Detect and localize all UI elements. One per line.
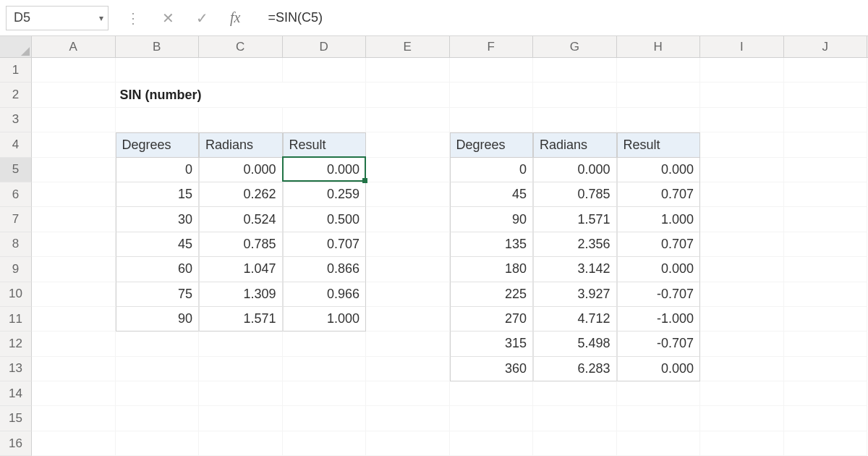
cell[interactable] — [450, 431, 534, 456]
col-header[interactable]: B — [116, 36, 200, 57]
cell[interactable]: 75 — [116, 282, 200, 307]
cell[interactable] — [116, 332, 200, 356]
cell[interactable]: -0.707 — [617, 332, 701, 356]
cell[interactable] — [700, 182, 784, 207]
cell[interactable]: -0.707 — [617, 282, 701, 307]
cell[interactable]: 45 — [450, 182, 534, 207]
cell[interactable] — [32, 431, 116, 456]
cell[interactable] — [700, 307, 784, 332]
cell[interactable]: 0.966 — [283, 282, 367, 307]
cell[interactable]: 0.866 — [283, 257, 367, 282]
cell[interactable] — [32, 332, 116, 356]
name-box[interactable]: D5 ▾ — [6, 6, 109, 30]
cell[interactable]: 15 — [116, 182, 200, 207]
cell[interactable] — [784, 381, 868, 406]
cell[interactable]: 3.142 — [533, 257, 617, 282]
cell[interactable] — [450, 58, 534, 83]
cell[interactable] — [366, 431, 450, 456]
cell[interactable]: 0.000 — [617, 158, 701, 182]
cell[interactable] — [32, 158, 116, 182]
cell[interactable]: 0.000 — [533, 158, 617, 182]
cell[interactable]: 0.707 — [283, 232, 367, 257]
cell[interactable]: 225 — [450, 282, 534, 307]
row-header[interactable]: 7 — [0, 207, 32, 232]
cell[interactable] — [116, 108, 200, 132]
cell[interactable]: 1.000 — [617, 207, 701, 232]
cell[interactable] — [32, 58, 116, 83]
cell[interactable] — [32, 108, 116, 132]
cell[interactable] — [366, 182, 450, 207]
cell[interactable]: 0.707 — [617, 182, 701, 207]
cell[interactable]: 1.000 — [283, 307, 367, 332]
cell[interactable]: 2.356 — [533, 232, 617, 257]
row-header[interactable]: 6 — [0, 182, 32, 207]
table-header[interactable]: Radians — [533, 132, 617, 157]
cell[interactable] — [32, 132, 116, 157]
cell[interactable]: 0.785 — [533, 182, 617, 207]
cell[interactable]: 0 — [450, 158, 534, 182]
cell[interactable] — [32, 207, 116, 232]
cell[interactable] — [533, 381, 617, 406]
cell[interactable] — [199, 332, 283, 356]
col-header[interactable]: J — [784, 36, 868, 57]
cell[interactable] — [700, 406, 784, 431]
cell[interactable] — [784, 207, 868, 232]
cell[interactable]: 6.283 — [533, 357, 617, 381]
cell[interactable] — [366, 381, 450, 406]
cell[interactable] — [283, 357, 367, 381]
cell[interactable] — [784, 332, 868, 356]
cell[interactable] — [366, 282, 450, 307]
cell[interactable]: 0.707 — [617, 232, 701, 257]
cell[interactable] — [784, 282, 868, 307]
cell[interactable] — [283, 381, 367, 406]
cell[interactable]: 3.927 — [533, 282, 617, 307]
col-header[interactable]: G — [533, 36, 617, 57]
cell[interactable]: 1.047 — [199, 257, 283, 282]
cell[interactable] — [700, 357, 784, 381]
cell[interactable] — [116, 406, 200, 431]
cell[interactable] — [32, 282, 116, 307]
cell[interactable] — [617, 83, 701, 107]
cell[interactable] — [784, 431, 868, 456]
cell[interactable] — [700, 282, 784, 307]
cell[interactable] — [533, 431, 617, 456]
cell[interactable] — [199, 406, 283, 431]
cell[interactable] — [700, 332, 784, 356]
cell[interactable]: 360 — [450, 357, 534, 381]
cell[interactable] — [366, 132, 450, 157]
table-header[interactable]: Result — [283, 132, 367, 157]
cell[interactable] — [450, 381, 534, 406]
cell[interactable] — [700, 108, 784, 132]
cell[interactable] — [283, 332, 367, 356]
cell[interactable] — [617, 431, 701, 456]
cell[interactable]: 0.524 — [199, 207, 283, 232]
cell[interactable] — [116, 381, 200, 406]
col-header[interactable]: D — [283, 36, 367, 57]
row-header[interactable]: 9 — [0, 257, 32, 282]
col-header[interactable]: H — [617, 36, 701, 57]
row-header[interactable]: 12 — [0, 332, 32, 356]
cell[interactable]: 45 — [116, 232, 200, 257]
cell[interactable] — [784, 257, 868, 282]
cell[interactable]: 4.712 — [533, 307, 617, 332]
cell[interactable]: 0.000 — [199, 158, 283, 182]
dropdown-icon[interactable]: ▾ — [99, 13, 103, 23]
cell[interactable] — [450, 83, 534, 107]
cell[interactable]: 5.498 — [533, 332, 617, 356]
row-header[interactable]: 4 — [0, 132, 32, 157]
row-header[interactable]: 11 — [0, 307, 32, 332]
cell[interactable] — [450, 108, 534, 132]
cell[interactable]: 0.259 — [283, 182, 367, 207]
cell[interactable]: -1.000 — [617, 307, 701, 332]
cell[interactable] — [784, 232, 868, 257]
cell[interactable] — [366, 307, 450, 332]
select-all-corner[interactable] — [0, 36, 32, 57]
row-header[interactable]: 10 — [0, 282, 32, 307]
cell[interactable] — [784, 158, 868, 182]
cell[interactable] — [32, 406, 116, 431]
cell[interactable] — [116, 357, 200, 381]
cell[interactable]: 1.571 — [199, 307, 283, 332]
cell[interactable]: 90 — [450, 207, 534, 232]
col-header[interactable]: E — [366, 36, 450, 57]
enter-icon[interactable]: ✓ — [196, 9, 208, 27]
